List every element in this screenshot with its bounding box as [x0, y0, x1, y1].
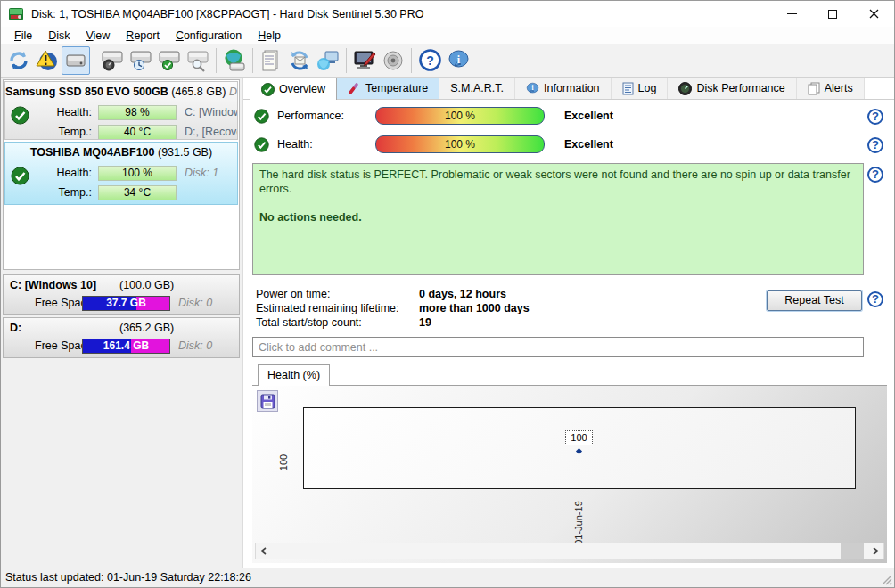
chart-scrollbar[interactable] — [255, 543, 884, 559]
stat-row: Estimated remaining lifetime: more than … — [256, 302, 398, 316]
health-ok-icon — [11, 167, 29, 185]
repeat-test-button[interactable]: Repeat Test — [767, 290, 862, 311]
menu-help[interactable]: Help — [250, 29, 289, 43]
disk-panel-icon[interactable] — [62, 46, 90, 75]
health-bar: 100 % — [98, 166, 177, 181]
free-space-value: 161.4 GB — [83, 339, 169, 353]
tab-smart[interactable]: S.M.A.R.T. — [439, 78, 515, 99]
disk-entry-toshiba-selected[interactable]: TOSHIBA MQ04ABF100 (931.5 GB) Health: 10… — [4, 142, 238, 205]
scroll-thumb[interactable] — [841, 543, 864, 559]
menu-file[interactable]: File — [6, 29, 40, 43]
help-icon[interactable]: ? — [867, 137, 883, 153]
chevron-left-icon — [260, 547, 267, 555]
stat-label: Total start/stop count: — [256, 316, 362, 329]
free-space-bar: 37.7 GB — [82, 296, 170, 311]
sidebar: Samsung SSD 850 EVO 500GB (465.8 GB) D H… — [1, 78, 242, 568]
minimize-icon — [787, 13, 797, 14]
menu-report[interactable]: Report — [118, 29, 168, 43]
disk-search-icon[interactable] — [184, 46, 212, 75]
partition-size: (100.0 GB) — [119, 279, 174, 291]
report-icon[interactable] — [257, 46, 285, 75]
disk-number: Disk: 0 — [178, 297, 212, 309]
toolbar-separator — [216, 48, 217, 73]
resize-grip-icon[interactable] — [881, 574, 892, 585]
status-bar-text: Status last updated: 01-Jun-19 Saturday … — [5, 571, 251, 584]
disk-number: Disk: 0 — [178, 339, 212, 352]
tab-label: S.M.A.R.T. — [450, 82, 504, 94]
save-chart-button[interactable] — [257, 390, 278, 412]
maximize-icon — [828, 10, 837, 19]
refresh-icon[interactable] — [4, 46, 33, 75]
toolbar-separator — [411, 48, 412, 73]
window-title: Disk: 1, TOSHIBA MQ04ABF100 [X8CPPAOGT] … — [31, 8, 423, 20]
tab-overview[interactable]: Overview — [250, 78, 337, 100]
speaker-icon[interactable] — [379, 46, 407, 75]
chart-y-tick: 100 — [277, 445, 290, 471]
ok-icon — [254, 137, 269, 152]
tab-log[interactable]: Log — [612, 78, 669, 99]
chart-tab-health[interactable]: Health (%) — [258, 364, 330, 386]
scroll-right-arrow[interactable] — [868, 543, 883, 559]
chart-panel: 100 100 01-Jun-19 — [252, 385, 887, 563]
status-message: The hard disk status is PERFECT. Problem… — [259, 167, 857, 196]
tab-strip: Overview Temperature S.M.A.R.T. i Inform… — [243, 78, 894, 100]
help-icon[interactable]: ? — [867, 291, 883, 307]
svg-text:?: ? — [426, 53, 434, 68]
svg-text:i: i — [532, 85, 534, 92]
alert-icon[interactable] — [33, 46, 62, 75]
help-icon[interactable]: ? — [867, 109, 883, 125]
info-icon[interactable]: i — [444, 46, 472, 75]
health-value: 100 % — [376, 138, 544, 151]
tab-temperature[interactable]: Temperature — [337, 78, 439, 99]
monitor-pen-icon[interactable] — [350, 46, 379, 75]
disk-title: TOSHIBA MQ04ABF100 (931.5 GB) — [5, 143, 237, 159]
disk-check-icon[interactable] — [155, 46, 184, 75]
volume-ref: C: [Windows — [185, 106, 238, 118]
stat-row: Power on time: 0 days, 12 hours — [256, 288, 330, 302]
globe-disk-icon[interactable] — [220, 46, 249, 75]
menu-bar: File Disk View Report Configuration Help — [1, 27, 894, 44]
comment-input[interactable] — [252, 337, 864, 357]
temp-label: Temp.: — [32, 186, 98, 199]
status-text-box: The hard disk status is PERFECT. Problem… — [252, 163, 864, 275]
chevron-right-icon — [873, 547, 879, 555]
tab-alerts[interactable]: Alerts — [797, 78, 865, 99]
disk-size: (931.5 GB) — [158, 146, 212, 159]
tab-label: Overview — [279, 83, 325, 95]
toolbar-separator — [346, 48, 347, 73]
close-button[interactable] — [853, 1, 894, 27]
help-icon[interactable]: ? — [867, 167, 883, 183]
stat-value: 0 days, 12 hours — [419, 288, 506, 300]
menu-disk[interactable]: Disk — [40, 29, 78, 43]
help-icon[interactable]: ? — [415, 46, 444, 75]
status-bar: Status last updated: 01-Jun-19 Saturday … — [1, 568, 894, 587]
sync-mail-icon[interactable] — [285, 46, 314, 75]
disk-entry-samsung[interactable]: Samsung SSD 850 EVO 500GB (465.8 GB) D H… — [4, 81, 238, 140]
toolbar-separator — [252, 48, 253, 73]
health-rating: Excellent — [564, 138, 613, 151]
partition-entry-d[interactable]: D: (365.2 GB) Free Space 161.4 GB Disk: … — [3, 317, 240, 358]
tab-label: Information — [544, 82, 600, 94]
disk-list: Samsung SSD 850 EVO 500GB (465.8 GB) D H… — [3, 79, 240, 270]
disk-gauge-icon[interactable] — [98, 46, 127, 75]
minimize-button[interactable] — [771, 1, 812, 27]
performance-value: 100 % — [376, 110, 544, 122]
tab-information[interactable]: i Information — [515, 78, 612, 99]
disk-ref: D — [229, 86, 237, 98]
partition-entry-c[interactable]: C: [Windows 10] (100.0 GB) Free Space 37… — [3, 274, 240, 315]
network-icon[interactable] — [314, 46, 342, 75]
alerts-pages-icon — [808, 82, 820, 95]
maximize-button[interactable] — [812, 1, 853, 27]
temp-label: Temp.: — [32, 126, 98, 138]
disk-clock-icon[interactable] — [127, 46, 155, 75]
volume-ref: D:, [Recovery — [185, 126, 238, 138]
tab-disk-performance[interactable]: Disk Performance — [668, 78, 796, 99]
stat-row: Total start/stop count: 19 — [256, 316, 362, 331]
disk-number: Disk: 1 — [185, 167, 218, 179]
partition-name: C: [Windows 10] — [10, 279, 96, 291]
scroll-left-arrow[interactable] — [256, 543, 271, 559]
menu-configuration[interactable]: Configuration — [168, 29, 250, 43]
menu-view[interactable]: View — [78, 29, 118, 43]
temp-bar: 34 °C — [98, 185, 177, 200]
tab-label: Temperature — [365, 82, 428, 94]
